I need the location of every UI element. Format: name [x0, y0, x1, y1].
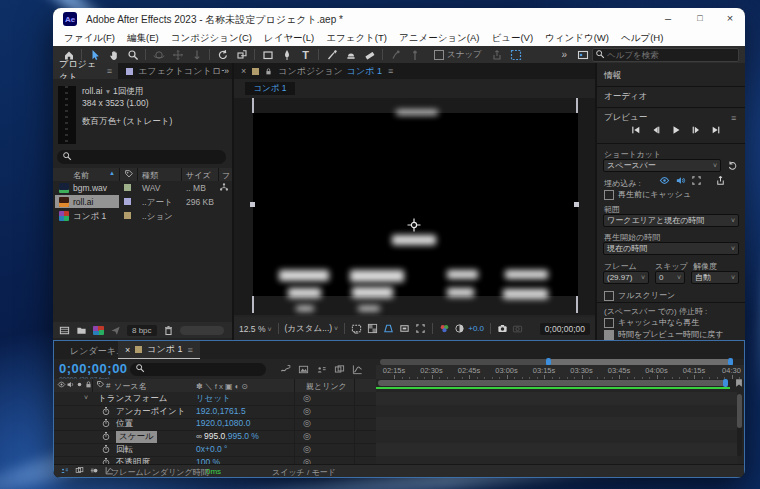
project-item-bgm.wav[interactable]: bgm.wavWAV.. MB [53, 181, 232, 195]
property-name[interactable]: アンカーポイント [116, 406, 185, 418]
selection-handle-right[interactable] [574, 202, 579, 207]
menu-4[interactable]: レイヤー(L) [258, 32, 320, 45]
composition-viewer[interactable] [234, 98, 595, 315]
comp-panel-menu-icon[interactable]: ≡ [388, 66, 393, 76]
share-icon[interactable] [715, 175, 726, 186]
label-swatch[interactable] [124, 184, 131, 191]
restore-time-checkbox[interactable]: 時間をプレビュー時間に戻す [604, 329, 723, 340]
minimize-button[interactable]: – [653, 8, 683, 30]
label-column-icon[interactable] [124, 169, 134, 179]
play-cached-checkbox[interactable]: キャッシュ中なら再生 [604, 317, 699, 328]
maximize-button[interactable]: □ [685, 8, 715, 30]
column-clipped[interactable]: フ [222, 170, 230, 181]
column-size[interactable]: サイズ [186, 170, 211, 181]
comp-panel-comp-name[interactable]: コンポ 1 [347, 65, 382, 78]
take-snapshot-icon[interactable] [497, 323, 508, 334]
menu-7[interactable]: ビュー(V) [485, 32, 539, 45]
pick-whip-icon[interactable]: ◎ [303, 431, 311, 441]
resolution-select[interactable]: 自動˅ [691, 271, 739, 284]
fullscreen-checkbox[interactable]: フルスクリーン [604, 290, 675, 301]
tab-info[interactable]: 情報 [597, 68, 745, 83]
play-button[interactable] [671, 125, 681, 137]
show-snapshot-icon[interactable] [512, 323, 523, 334]
pick-whip-icon[interactable]: ◎ [303, 444, 311, 454]
project-item-コンポ 1[interactable]: コンポ 1..ション [53, 209, 232, 223]
stopwatch-icon[interactable] [101, 431, 111, 441]
graph-editor-icon[interactable] [352, 364, 363, 375]
choose-grid-options-icon[interactable] [351, 323, 362, 334]
shy-toggle-icon[interactable] [60, 466, 69, 475]
tab-overflow[interactable]: » [224, 66, 229, 76]
mask-mode-icon[interactable] [507, 47, 526, 62]
project-settings-icon[interactable] [110, 325, 121, 336]
zoom-tool-icon[interactable] [123, 47, 142, 62]
column-source-name[interactable]: ソース名 [114, 381, 146, 392]
tab-timeline-comp[interactable]: × コンポ 1 ≡ [118, 341, 200, 359]
column-name[interactable]: 名前 [73, 170, 89, 181]
property-value[interactable]: 0x+0.0 ° [196, 444, 228, 454]
comp-tab-close[interactable]: × [241, 66, 246, 76]
rectangle-tool-icon[interactable] [258, 47, 277, 62]
mask-visibility-icon[interactable] [383, 323, 394, 334]
tab-audio[interactable]: オーディオ [597, 89, 745, 104]
range-select[interactable]: ワークエリアと現在の時間˅ [603, 214, 739, 227]
footer-slider[interactable] [180, 326, 224, 335]
selection-edge[interactable] [576, 296, 578, 313]
last-frame-button[interactable] [711, 125, 721, 137]
viewer-timecode[interactable]: 0;00;00;00 [540, 323, 590, 335]
magnification-select[interactable]: 12.5 %˅ [239, 324, 272, 334]
delete-item-icon[interactable] [163, 325, 174, 336]
property-value[interactable]: ,995.0 % [225, 431, 259, 441]
marker-bin-icon[interactable] [734, 378, 744, 388]
tab-preview[interactable]: プレビュー [597, 110, 745, 125]
orbit-camera-tool-icon[interactable] [149, 47, 168, 62]
project-search[interactable] [57, 150, 226, 164]
new-folder-icon[interactable] [76, 325, 87, 336]
lock-icon[interactable] [264, 67, 273, 76]
transparency-grid-icon[interactable] [367, 323, 378, 334]
constrain-proportions-icon[interactable]: ∞ [196, 431, 202, 441]
exposure-value[interactable]: +0.0 [468, 324, 484, 333]
reset-icon[interactable] [727, 160, 738, 171]
timeline-tab-menu-icon[interactable]: ≡ [187, 345, 192, 355]
pen-tool-icon[interactable] [277, 47, 296, 62]
previous-frame-button[interactable] [651, 125, 661, 137]
help-search-input[interactable] [592, 48, 739, 62]
column-parent-link[interactable]: 親とリンク [306, 381, 347, 392]
viewer-tab[interactable]: コンポ 1 [245, 82, 295, 95]
composition-mini-flowchart-icon[interactable] [280, 364, 291, 375]
clone-stamp-tool-icon[interactable] [341, 47, 360, 62]
current-timecode[interactable]: 0;00;00;00 [59, 361, 128, 376]
close-button[interactable]: × [715, 8, 745, 30]
workspace-icon[interactable] [573, 47, 592, 62]
switches-modes-toggle[interactable]: スイッチ / モード [272, 467, 336, 478]
property-name[interactable]: 回転 [116, 444, 133, 456]
menu-5[interactable]: エフェクト(T) [320, 32, 393, 45]
brush-tool-icon[interactable] [322, 47, 341, 62]
property-value[interactable]: 192.0,1761.5 [196, 406, 246, 416]
pan-camera-tool-icon[interactable] [168, 47, 187, 62]
menu-6[interactable]: アニメーション(A) [393, 32, 486, 45]
framerate-select[interactable]: (29.97)˅ [603, 271, 649, 284]
puppet-pin-tool-icon[interactable] [405, 47, 424, 62]
stopwatch-icon[interactable] [101, 418, 111, 428]
first-frame-button[interactable] [631, 125, 641, 137]
selection-edge[interactable] [252, 98, 254, 113]
roto-brush-tool-icon[interactable] [386, 47, 405, 62]
timeline-search[interactable] [130, 363, 266, 376]
label-swatch[interactable] [124, 198, 131, 205]
property-name[interactable]: スケール [116, 431, 157, 443]
column-type[interactable]: 種類 [142, 170, 158, 181]
color-depth-button[interactable]: 8 bpc [127, 325, 157, 336]
label-swatch[interactable] [124, 212, 131, 219]
hand-tool-icon[interactable] [104, 47, 123, 62]
snap-options-icon[interactable] [488, 47, 507, 62]
grid-preset-select[interactable]: (カスタム...)˅ [285, 323, 339, 335]
type-tool-icon[interactable]: T [296, 47, 315, 62]
tab-effect-controls[interactable]: エフェクトコントロール roll.ai [138, 65, 224, 78]
pick-whip-icon[interactable]: ◎ [303, 406, 311, 416]
play-from-select[interactable]: 現在の時間˅ [603, 242, 739, 255]
stopwatch-icon[interactable] [101, 444, 111, 454]
skip-select[interactable]: 0˅ [655, 271, 685, 284]
new-composition-icon[interactable] [93, 326, 104, 335]
